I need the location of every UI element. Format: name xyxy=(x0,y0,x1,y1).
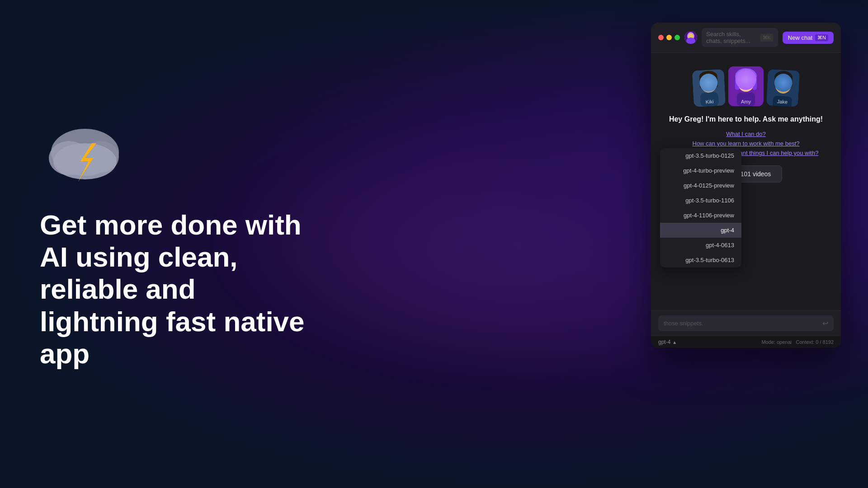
suggestion-2[interactable]: How can you learn to work with me best? xyxy=(693,140,800,147)
send-icon: ↩ xyxy=(822,319,828,328)
svg-point-29 xyxy=(749,80,750,83)
svg-point-28 xyxy=(741,80,743,83)
svg-rect-24 xyxy=(752,76,757,90)
input-area: those snippets. ↩ xyxy=(651,310,841,336)
title-bar: Search skills, chats, snippets... ⌘K New… xyxy=(651,23,841,53)
agent-avatars: Kiki xyxy=(693,66,799,106)
close-window-button[interactable] xyxy=(658,35,664,40)
model-item-2[interactable]: gpt-4-0125-preview xyxy=(660,178,741,193)
svg-point-16 xyxy=(710,80,714,84)
window-controls xyxy=(658,35,680,40)
left-panel: Get more done with AI using clean, relia… xyxy=(0,0,407,488)
svg-point-17 xyxy=(704,81,706,84)
svg-point-26 xyxy=(741,79,744,84)
svg-rect-35 xyxy=(788,78,793,88)
model-item-7[interactable]: gpt-3.5-turbo-0613 xyxy=(660,253,741,267)
svg-point-37 xyxy=(785,81,789,86)
model-item-4[interactable]: gpt-4-1106-preview xyxy=(660,208,741,223)
svg-point-38 xyxy=(778,82,780,84)
agent-kiki-avatar[interactable]: Kiki xyxy=(692,69,726,107)
svg-point-15 xyxy=(703,80,707,85)
status-model[interactable]: gpt-4 ▲ xyxy=(658,339,677,345)
status-bar: gpt-4 ▲ Mode: openai Context: 0 / 8192 xyxy=(651,336,841,348)
amy-label: Amy xyxy=(728,99,764,104)
svg-rect-13 xyxy=(699,77,703,88)
maximize-window-button[interactable] xyxy=(675,35,680,40)
app-icon xyxy=(40,118,130,191)
search-placeholder: Search skills, chats, snippets... xyxy=(706,31,756,44)
input-ghost-text: those snippets. xyxy=(664,320,703,327)
app-window: Search skills, chats, snippets... ⌘K New… xyxy=(651,23,841,348)
user-avatar[interactable] xyxy=(684,31,697,44)
welcome-message: Hey Greg! I'm here to help. Ask me anyth… xyxy=(669,115,823,123)
model-item-3[interactable]: gpt-3.5-turbo-1106 xyxy=(660,193,741,208)
context-label: Context: 0 / 8192 xyxy=(796,339,834,345)
svg-rect-14 xyxy=(714,76,718,87)
model-item-6[interactable]: gpt-4-0613 xyxy=(660,238,741,253)
svg-point-36 xyxy=(778,81,782,85)
agent-jake-avatar[interactable]: Jake xyxy=(766,69,800,107)
new-chat-button[interactable]: New chat ⌘N xyxy=(783,32,834,44)
svg-point-22 xyxy=(735,68,757,84)
agent-amy-avatar[interactable]: Amy xyxy=(728,66,764,106)
search-shortcut: ⌘K xyxy=(760,34,774,42)
svg-point-25 xyxy=(738,74,754,92)
current-model-label: gpt-4 xyxy=(658,339,670,345)
status-info: Mode: openai Context: 0 / 8192 xyxy=(761,339,834,345)
search-bar[interactable]: Search skills, chats, snippets... ⌘K xyxy=(702,28,778,47)
svg-point-39 xyxy=(786,82,788,85)
hero-headline: Get more done with AI using clean, relia… xyxy=(40,209,320,370)
suggestion-1[interactable]: What I can do? xyxy=(726,131,765,137)
mode-label: Mode: openai xyxy=(761,339,792,345)
model-dropdown[interactable]: gpt-3.5-turbo-0125 gpt-4-turbo-preview g… xyxy=(660,148,741,267)
model-item-5[interactable]: gpt-4 xyxy=(660,223,741,238)
model-chevron-icon: ▲ xyxy=(672,340,677,345)
svg-point-18 xyxy=(711,81,713,84)
new-chat-shortcut: ⌘N xyxy=(815,34,828,41)
svg-rect-34 xyxy=(774,77,778,87)
model-item-0[interactable]: gpt-3.5-turbo-0125 xyxy=(660,148,741,163)
new-chat-label: New chat xyxy=(788,34,812,41)
minimize-window-button[interactable] xyxy=(666,35,672,40)
model-item-1[interactable]: gpt-4-turbo-preview xyxy=(660,163,741,178)
svg-point-27 xyxy=(748,79,751,84)
chat-area: Kiki xyxy=(651,53,841,310)
svg-rect-23 xyxy=(735,76,740,90)
